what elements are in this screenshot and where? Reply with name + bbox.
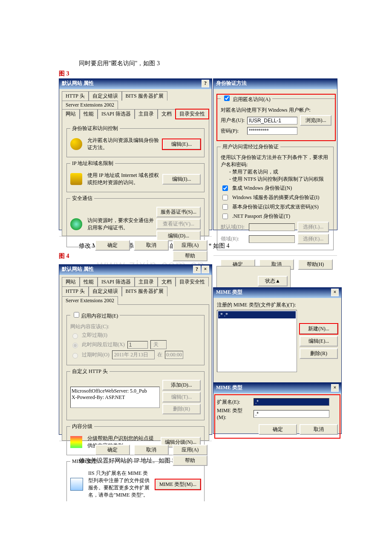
tab-home-dir[interactable]: 主目录	[135, 109, 158, 119]
add-header-button[interactable]: 添加(D)...	[162, 380, 201, 390]
extension-input[interactable]	[254, 398, 329, 406]
realm-input	[249, 235, 295, 243]
expire-time-input: 0:00:00	[165, 351, 183, 359]
dialog-titlebar[interactable]: MIME 类型 ×	[213, 288, 341, 298]
help-button[interactable]: 帮助	[173, 251, 208, 261]
enable-expire-label: 启用内容过期(E)	[81, 313, 118, 319]
anon-access-group: 启用匿名访问(A) 对匿名访问使用下列 Windows 用户帐户: 用户名(U)…	[217, 94, 335, 141]
dialog-titlebar[interactable]: 身份验证方法	[213, 79, 337, 89]
status-column-button[interactable]: 状态▲	[258, 276, 288, 286]
delete-mime-button[interactable]: 删除(R)	[300, 348, 338, 359]
dialog-titlebar[interactable]: 默认网站 属性 ?	[59, 79, 212, 89]
help-button[interactable]: 帮助	[173, 455, 208, 466]
expire-desc: 网站内容应该(C):	[70, 323, 201, 330]
select-domain-button: 选择(L)...	[297, 222, 329, 232]
list-item[interactable]: MicrosoftOfficeWebServer: 5.0_Pub	[72, 388, 159, 394]
edit-auth-button[interactable]: 编辑(E)...	[162, 139, 201, 150]
help-icon[interactable]: ?	[202, 80, 209, 87]
new-mime-button[interactable]: 新建(N)...	[300, 324, 338, 334]
tab-website[interactable]: 网站	[62, 277, 80, 286]
list-item[interactable]: .* .*	[218, 311, 296, 318]
apply-button[interactable]: 应用(A)	[173, 240, 208, 251]
mime-listbox[interactable]: .* .*	[217, 310, 297, 372]
passport-auth-checkbox[interactable]	[222, 214, 228, 219]
view-cert-button: 查看证书(V)...	[156, 219, 201, 229]
custom-http-legend: 自定义 HTTP 头	[70, 368, 110, 375]
apply-button[interactable]: 应用(A)	[173, 445, 208, 455]
mime-icon	[70, 478, 83, 491]
close-icon[interactable]: ×	[202, 266, 209, 273]
ok-button[interactable]: 确定	[95, 445, 130, 455]
password-input[interactable]	[247, 127, 297, 135]
tab-http-header[interactable]: HTTP 头	[62, 91, 89, 101]
integrated-win-auth-checkbox[interactable]	[222, 185, 228, 191]
dialog-buttons: 确定 取消 应用(A) 帮助	[59, 236, 212, 265]
auth-methods-dialog: 身份验证方法 启用匿名访问(A) 对匿名访问使用下列 Windows 用户帐户:…	[213, 78, 337, 230]
tab-directory-security[interactable]: 目录安全性	[176, 277, 209, 286]
integrated-win-auth-label: 集成 Windows 身份验证(N)	[232, 185, 292, 192]
ip-restrict-legend: IP 地址和域名限制	[70, 160, 115, 167]
list-item[interactable]: X-Powered-By: ASP.NET	[72, 394, 159, 401]
tab-bits[interactable]: BITS 服务器扩展	[122, 91, 167, 101]
close-icon[interactable]: ×	[331, 289, 339, 296]
dialog-title: MIME 类型	[216, 289, 242, 295]
basic-auth-checkbox[interactable]	[222, 204, 228, 210]
ok-button[interactable]: 确定	[259, 424, 297, 435]
secure-comm-legend: 安全通信	[70, 195, 94, 202]
tab-bits[interactable]: BITS 服务器扩展	[122, 286, 167, 296]
help-icon[interactable]: ?	[193, 266, 201, 273]
expire-after-label: 此时间段后过期(X)	[82, 341, 125, 348]
tab-http-header[interactable]: HTTP 头	[62, 286, 89, 296]
server-cert-button[interactable]: 服务器证书(S)...	[156, 207, 201, 217]
tab-isapi[interactable]: ISAPI 筛选器	[98, 277, 135, 286]
cond-line1: - 禁用了匿名访问，或	[221, 168, 330, 176]
body-text-fig3: 同时要启用"匿名访问"，如图 3	[79, 60, 392, 67]
dialog-titlebar[interactable]: 默认网站 属性 × ?	[59, 265, 212, 275]
http-headers-listbox[interactable]: MicrosoftOfficeWebServer: 5.0_Pub X-Powe…	[70, 387, 160, 408]
password-label: 密码(P):	[221, 127, 245, 135]
extension-label: 扩展名(E):	[217, 399, 251, 406]
cancel-button[interactable]: 取消	[300, 424, 338, 435]
secure-desc: 访问资源时，要求安全通信并启用客户端证书。	[87, 217, 154, 231]
tab-website[interactable]: 网站	[62, 109, 80, 119]
digest-auth-checkbox[interactable]	[222, 195, 228, 200]
mime-types-button[interactable]: MIME 类型(M)...	[155, 479, 201, 490]
cancel-button[interactable]: 取消	[134, 240, 169, 251]
tab-performance[interactable]: 性能	[80, 109, 98, 119]
expire-at-text: 在	[157, 351, 162, 358]
edit-ip-button[interactable]: 编辑(I)...	[162, 174, 201, 185]
tabs-row2: HTTP 头 自定义错误 BITS 服务器扩展 Server Extension…	[59, 286, 212, 304]
ok-button[interactable]: 确定	[95, 240, 130, 251]
enable-expire-checkbox[interactable]	[74, 312, 79, 318]
dialog-title: MIME 类型	[216, 384, 242, 390]
tabs-row: 网站 性能 ISAPI 筛选器 主目录 文档 目录安全性	[59, 275, 212, 286]
tab-docs[interactable]: 文档	[158, 109, 176, 119]
tab-performance[interactable]: 性能	[80, 277, 98, 286]
tab-custom-errors[interactable]: 自定义错误	[89, 91, 122, 101]
tab-docs[interactable]: 文档	[158, 277, 176, 286]
tab-isapi[interactable]: ISAPI 筛选器	[98, 109, 135, 119]
expire-date-select: 2011年 2月13日	[112, 350, 155, 359]
digest-auth-label: Windows 域服务器的摘要式身份验证(I)	[232, 194, 320, 201]
cancel-button[interactable]: 取消	[134, 445, 169, 455]
dialog-titlebar[interactable]: MIME 类型 ×	[213, 383, 341, 393]
dialog-title: 默认网站 属性	[62, 266, 94, 272]
tab-panel: 身份验证和访问控制 允许匿名访问资源及编辑身份验证方法。 编辑(E)... IP…	[62, 119, 209, 236]
enable-anon-checkbox[interactable]	[224, 95, 230, 101]
browse-button[interactable]: 浏览(B)...	[300, 115, 331, 126]
tab-panel: 启用内容过期(E) 网站内容应该(C): 立即过期(I) 此时间段后过期(X) …	[62, 304, 209, 441]
tab-directory-security[interactable]: 目录安全性	[176, 109, 209, 119]
ip-desc: 使用 IP 地址或 Internet 域名授权或拒绝对资源的访问。	[87, 172, 160, 186]
mime-type-input[interactable]	[254, 410, 329, 418]
rating-icon	[70, 436, 82, 448]
tab-home-dir[interactable]: 主目录	[135, 277, 158, 286]
edit-mime-button[interactable]: 编辑(E)...	[300, 336, 338, 347]
tab-server-ext[interactable]: Server Extensions 2002	[62, 296, 118, 305]
close-icon[interactable]: ×	[331, 384, 339, 392]
mime-type-label: MIME 类型(M):	[217, 407, 251, 421]
username-input[interactable]	[247, 117, 297, 124]
figure-4: www.zixin.com.cn 默认网站 属性 × ? 网站 性能 ISAPI…	[59, 261, 392, 436]
figure-label-3: 图 3	[59, 70, 392, 78]
tab-custom-errors[interactable]: 自定义错误	[89, 286, 122, 296]
tab-server-ext[interactable]: Server Extensions 2002	[62, 101, 118, 109]
